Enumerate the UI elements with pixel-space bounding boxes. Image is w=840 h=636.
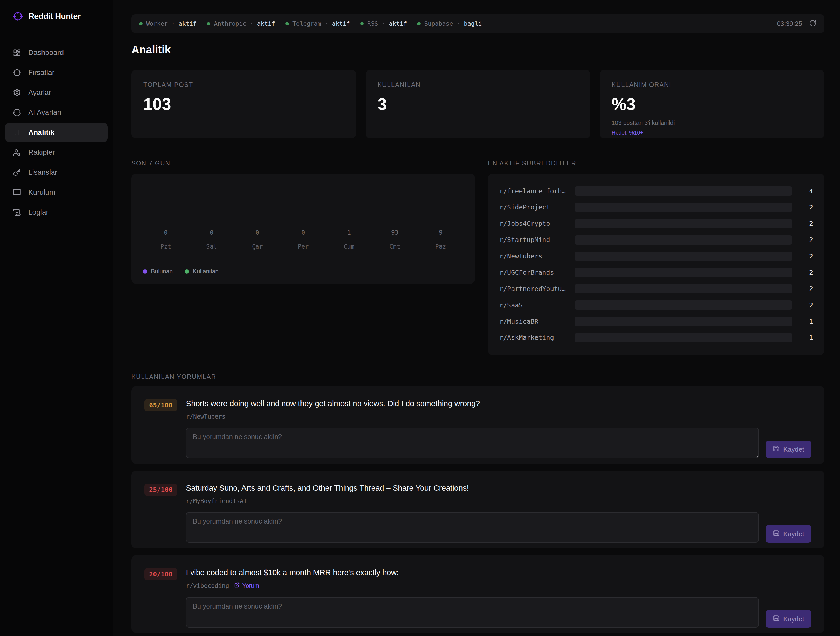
save-button[interactable]: Kaydet xyxy=(766,610,812,628)
chart-value: 0 xyxy=(143,229,189,236)
result-note-input[interactable] xyxy=(186,428,759,458)
stat-card-kullanilan: KULLANILAN 3 xyxy=(366,70,591,138)
chart-value: 1 xyxy=(326,229,372,236)
subreddit-name: r/freelance_forh… xyxy=(499,187,572,195)
chart-legend: Bulunan Kullanilan xyxy=(143,268,464,275)
subreddit-count: 2 xyxy=(802,301,813,309)
sidebar-item-loglar[interactable]: Loglar xyxy=(5,203,107,222)
sidebar-item-ai-ayarlari[interactable]: AI Ayarlari xyxy=(5,103,107,122)
save-button-label: Kaydet xyxy=(783,445,804,453)
status-dot-icon xyxy=(286,22,289,25)
status-state: aktif xyxy=(332,20,350,27)
external-link-icon xyxy=(234,582,240,589)
sidebar-item-label: Loglar xyxy=(28,208,49,216)
score-badge: 20/100 xyxy=(144,568,177,580)
chart-value: 0 xyxy=(234,229,280,236)
subreddit-bar-track xyxy=(575,235,792,245)
status-service: RSS xyxy=(367,20,378,27)
save-button[interactable]: Kaydet xyxy=(766,440,812,458)
weekly-chart-section: SON 7 GUN 0 0 0 0 1 93 9 Pzt Sal Çar Per xyxy=(131,159,475,284)
sidebar-item-lisanslar[interactable]: Lisanslar xyxy=(5,163,107,182)
comment-input-row: Kaydet xyxy=(186,512,812,543)
stat-value: 3 xyxy=(377,95,578,114)
result-note-input[interactable] xyxy=(186,597,759,628)
clock: 03:39:25 xyxy=(777,20,802,27)
comment-card: 20/100 I vibe coded to almost $10k a mon… xyxy=(131,555,824,633)
comment-meta: r/vibecoding Yorum xyxy=(186,582,812,589)
chart-day-label: Pzt xyxy=(143,243,189,250)
comment-meta: r/NewTubers xyxy=(186,413,812,420)
chart-value: 0 xyxy=(280,229,326,236)
comment-link[interactable]: Yorum xyxy=(234,582,259,589)
stat-cards: TOPLAM POST 103 KULLANILAN 3 KULLANIM OR… xyxy=(131,70,824,138)
subreddit-bar-track xyxy=(575,333,792,342)
user-search-icon xyxy=(13,148,21,156)
status-separator: · xyxy=(382,20,385,27)
subreddit-row: r/Jobs4Crypto 2 xyxy=(499,216,813,232)
comments-list: 65/100 Shorts were doing well and now th… xyxy=(131,386,824,633)
chart-day-label: Sal xyxy=(189,243,235,250)
section-label-son-7-gun: SON 7 GUN xyxy=(131,159,475,167)
status-state: aktif xyxy=(257,20,275,27)
status-dot-icon xyxy=(139,22,142,25)
key-icon xyxy=(13,169,21,177)
sidebar-item-label: Rakipler xyxy=(28,148,55,156)
comment-subreddit: r/NewTubers xyxy=(186,413,225,420)
app-title: Reddit Hunter xyxy=(28,12,81,21)
status-service: Worker xyxy=(146,20,168,27)
subreddit-name: r/AskMarketing xyxy=(499,334,572,341)
status-separator: · xyxy=(250,20,254,27)
comment-title: Saturday Suno, Arts and Crafts, and Othe… xyxy=(186,483,812,493)
sidebar-item-analitik[interactable]: Analitik xyxy=(5,123,107,142)
status-bar: Worker · aktif Anthropic · aktif Telegra… xyxy=(131,14,824,33)
stat-label: KULLANIM ORANI xyxy=(612,81,813,88)
crosshair-logo-icon xyxy=(13,11,23,21)
result-note-input[interactable] xyxy=(186,512,759,543)
chart-value-labels: 0 0 0 0 1 93 9 xyxy=(143,229,464,236)
status-separator: · xyxy=(325,20,328,27)
comment-body: Saturday Suno, Arts and Crafts, and Othe… xyxy=(186,483,812,543)
subreddit-row: r/UGCForBrands 2 xyxy=(499,264,813,281)
subreddits-section: EN AKTIF SUBREDDITLER r/freelance_forh… … xyxy=(488,159,824,355)
status-state: aktif xyxy=(178,20,196,27)
stat-card-toplam-post: TOPLAM POST 103 xyxy=(131,70,356,138)
subreddit-row: r/AskMarketing 1 xyxy=(499,330,813,346)
stat-card-kullanim-orani: KULLANIM ORANI %3 103 posttan 3'i kullan… xyxy=(600,70,824,138)
sidebar-item-ayarlar[interactable]: Ayarlar xyxy=(5,83,107,102)
score-badge: 65/100 xyxy=(144,399,177,411)
sidebar-item-rakipler[interactable]: Rakipler xyxy=(5,143,107,162)
status-item-telegram: Telegram · aktif xyxy=(286,20,350,27)
refresh-button[interactable] xyxy=(809,20,817,27)
subreddit-count: 1 xyxy=(802,318,813,325)
sidebar-item-label: AI Ayarlari xyxy=(28,108,61,117)
subreddit-bar-track xyxy=(575,300,792,310)
main-content: Worker · aktif Anthropic · aktif Telegra… xyxy=(114,0,840,633)
sidebar-item-label: Lisanslar xyxy=(28,168,57,177)
status-service: Telegram xyxy=(292,20,321,27)
sidebar-item-firsatlar[interactable]: Firsatlar xyxy=(5,63,107,82)
status-dot-icon xyxy=(360,22,364,25)
stat-value: %3 xyxy=(612,95,813,114)
save-button[interactable]: Kaydet xyxy=(766,525,812,543)
comment-subreddit: r/vibecoding xyxy=(186,582,229,589)
sidebar-item-kurulum[interactable]: Kurulum xyxy=(5,183,107,202)
subreddits-card: r/freelance_forh… 4 r/SideProject 2 r/Jo… xyxy=(488,174,824,355)
subreddit-row: r/SideProject 2 xyxy=(499,199,813,215)
chart-axis-labels: Pzt Sal Çar Per Cum Cmt Paz xyxy=(143,243,464,250)
subreddit-row: r/SaaS 2 xyxy=(499,297,813,313)
sidebar-item-dashboard[interactable]: Dashboard xyxy=(5,43,107,62)
subreddit-bar-track xyxy=(575,268,792,277)
chart-day-label: Çar xyxy=(234,243,280,250)
legend-dot-purple-icon xyxy=(143,269,147,274)
comments-section: KULLANILAN YORUMLAR 65/100 Shorts were d… xyxy=(131,373,824,633)
chart-value: 0 xyxy=(189,229,235,236)
chart-value: 9 xyxy=(418,229,464,236)
comment-link-label: Yorum xyxy=(242,582,259,589)
bar-chart-icon xyxy=(13,129,21,137)
status-service: Supabase xyxy=(424,20,453,27)
subreddit-name: r/Jobs4Crypto xyxy=(499,220,572,227)
status-item-worker: Worker · aktif xyxy=(139,20,196,27)
sidebar-item-label: Kurulum xyxy=(28,188,55,196)
subreddit-bar-track xyxy=(575,203,792,212)
comment-input-row: Kaydet xyxy=(186,428,812,458)
